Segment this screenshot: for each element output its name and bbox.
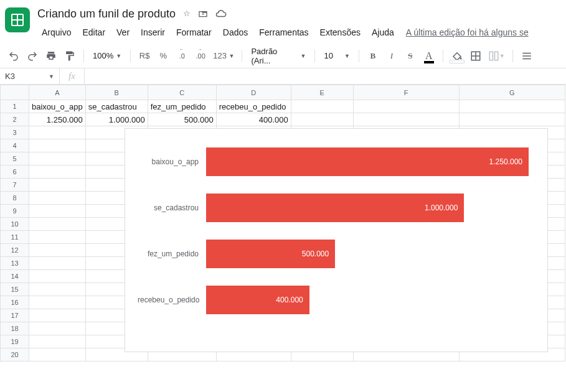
cell[interactable] <box>459 113 565 126</box>
row-header[interactable]: 15 <box>1 283 29 296</box>
cell[interactable] <box>29 218 86 231</box>
redo-button[interactable] <box>24 47 41 65</box>
menu-ajuda[interactable]: Ajuda <box>367 26 399 39</box>
star-icon[interactable]: ☆ <box>183 9 191 19</box>
cell[interactable] <box>291 113 353 126</box>
merge-button[interactable]: ▼ <box>486 47 507 65</box>
text-color-button[interactable]: A <box>420 47 438 65</box>
row-header[interactable]: 4 <box>1 139 29 152</box>
cell[interactable] <box>29 270 86 283</box>
menu-inserir[interactable]: Inserir <box>136 26 169 39</box>
cell[interactable] <box>29 139 86 152</box>
cell-D1[interactable]: recebeu_o_pedido <box>216 100 291 113</box>
menu-arquivo[interactable]: Arquivo <box>37 26 75 39</box>
cell[interactable] <box>29 296 86 309</box>
row-header[interactable]: 1 <box>1 100 29 113</box>
col-header-G[interactable]: G <box>459 85 565 100</box>
print-button[interactable] <box>42 47 60 65</box>
cell[interactable] <box>29 166 86 179</box>
cell-B1[interactable]: se_cadastrou <box>85 100 148 113</box>
cell[interactable] <box>29 309 86 322</box>
row-header[interactable]: 7 <box>1 179 29 192</box>
row-header[interactable]: 12 <box>1 244 29 257</box>
cell[interactable] <box>29 322 86 335</box>
col-header-C[interactable]: C <box>148 85 216 100</box>
increase-decimal-button[interactable]: .00→ <box>192 47 209 65</box>
font-size-select[interactable]: 10▼ <box>320 51 353 60</box>
cell[interactable] <box>353 113 459 126</box>
row-header[interactable]: 9 <box>1 205 29 218</box>
cell[interactable] <box>29 179 86 192</box>
fill-color-button[interactable] <box>448 47 466 65</box>
name-box[interactable]: K3▼ <box>0 68 60 84</box>
strikethrough-button[interactable]: S <box>402 47 419 65</box>
cell[interactable] <box>29 231 86 244</box>
currency-button[interactable]: R$ <box>136 47 153 65</box>
italic-button[interactable]: I <box>383 47 400 65</box>
last-edit-link[interactable]: A última edição foi há alguns se <box>406 27 529 37</box>
percent-button[interactable]: % <box>154 47 172 65</box>
decrease-decimal-button[interactable]: .0← <box>173 47 191 65</box>
row-header[interactable]: 2 <box>1 113 29 126</box>
chart-bar-track: 500.000 <box>206 240 529 268</box>
row-header[interactable]: 13 <box>1 257 29 270</box>
zoom-select[interactable]: 100%▼ <box>89 51 125 60</box>
row-header[interactable]: 11 <box>1 231 29 244</box>
move-icon[interactable] <box>198 9 208 19</box>
select-all-corner[interactable] <box>1 85 29 100</box>
cell[interactable] <box>29 192 86 205</box>
col-header-E[interactable]: E <box>291 85 353 100</box>
cell[interactable] <box>29 335 86 348</box>
cell[interactable] <box>29 283 86 296</box>
font-select[interactable]: Padrão (Ari...▼ <box>247 47 309 65</box>
cell[interactable] <box>29 205 86 218</box>
row-header[interactable]: 19 <box>1 335 29 348</box>
undo-button[interactable] <box>5 47 22 65</box>
number-format-button[interactable]: 123 ▼ <box>210 47 237 65</box>
menu-formatar[interactable]: Formatar <box>172 26 216 39</box>
cell[interactable] <box>29 244 86 257</box>
sheets-logo[interactable] <box>5 7 30 32</box>
embedded-chart[interactable]: baixou_o_app 1.250.000 se_cadastrou 1.00… <box>125 128 548 352</box>
cell[interactable] <box>29 257 86 270</box>
document-title[interactable]: Criando um funil de produto <box>37 7 176 21</box>
cell[interactable] <box>291 100 353 113</box>
paint-format-button[interactable] <box>61 47 78 65</box>
cell-C1[interactable]: fez_um_pedido <box>148 100 216 113</box>
cell[interactable] <box>353 100 459 113</box>
cell-D2[interactable]: 400.000 <box>216 113 291 126</box>
col-header-F[interactable]: F <box>353 85 459 100</box>
menu-ferramentas[interactable]: Ferramentas <box>255 26 313 39</box>
row-header[interactable]: 16 <box>1 296 29 309</box>
cell-A1[interactable]: baixou_o_app <box>29 100 86 113</box>
row-header[interactable]: 6 <box>1 166 29 179</box>
borders-button[interactable] <box>467 47 484 65</box>
cell[interactable] <box>459 100 565 113</box>
row-header[interactable]: 8 <box>1 192 29 205</box>
row-header[interactable]: 5 <box>1 152 29 166</box>
cell-A2[interactable]: 1.250.000 <box>29 113 86 126</box>
chevron-down-icon: ▼ <box>229 53 235 59</box>
bold-button[interactable]: B <box>364 47 382 65</box>
cloud-icon[interactable] <box>215 9 227 19</box>
menu-dados[interactable]: Dados <box>219 26 252 39</box>
col-header-A[interactable]: A <box>29 85 86 100</box>
col-header-B[interactable]: B <box>85 85 148 100</box>
row-header[interactable]: 20 <box>1 348 29 362</box>
align-button[interactable] <box>518 47 535 65</box>
row-header[interactable]: 14 <box>1 270 29 283</box>
formula-input[interactable] <box>85 68 566 84</box>
cell[interactable] <box>29 348 86 362</box>
row-header[interactable]: 18 <box>1 322 29 335</box>
cell[interactable] <box>29 126 86 139</box>
menu-editar[interactable]: Editar <box>78 26 110 39</box>
col-header-D[interactable]: D <box>216 85 291 100</box>
cell-C2[interactable]: 500.000 <box>148 113 216 126</box>
menu-extensoes[interactable]: Extensões <box>316 26 365 39</box>
row-header[interactable]: 10 <box>1 218 29 231</box>
cell-B2[interactable]: 1.000.000 <box>85 113 148 126</box>
cell[interactable] <box>29 152 86 166</box>
row-header[interactable]: 17 <box>1 309 29 322</box>
menu-ver[interactable]: Ver <box>112 26 134 39</box>
row-header[interactable]: 3 <box>1 126 29 139</box>
